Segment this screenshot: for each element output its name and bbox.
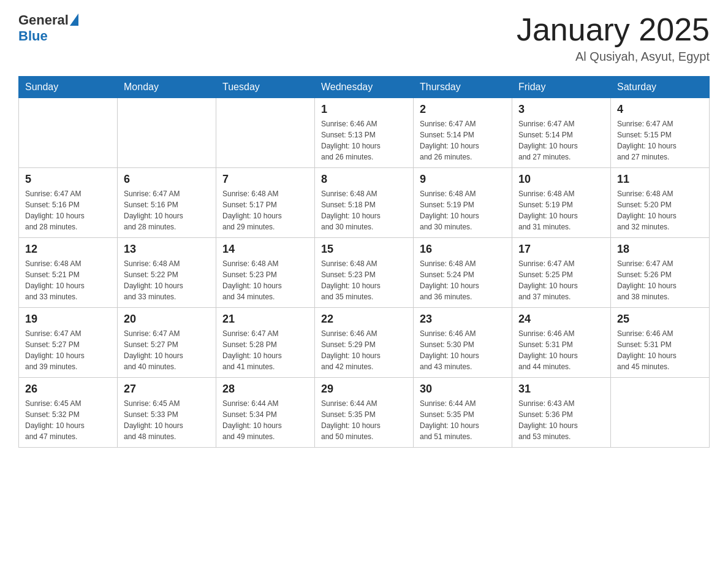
calendar-cell: 21Sunrise: 6:47 AM Sunset: 5:28 PM Dayli…	[216, 308, 315, 378]
day-number: 11	[617, 173, 703, 186]
day-info: Sunrise: 6:47 AM Sunset: 5:14 PM Dayligh…	[518, 118, 604, 163]
calendar-cell: 11Sunrise: 6:48 AM Sunset: 5:20 PM Dayli…	[611, 168, 710, 238]
day-number: 10	[518, 173, 604, 186]
calendar-cell: 5Sunrise: 6:47 AM Sunset: 5:16 PM Daylig…	[19, 168, 118, 238]
day-number: 19	[25, 313, 111, 326]
day-info: Sunrise: 6:44 AM Sunset: 5:35 PM Dayligh…	[420, 398, 506, 442]
day-info: Sunrise: 6:47 AM Sunset: 5:16 PM Dayligh…	[25, 188, 111, 232]
calendar-cell: 22Sunrise: 6:46 AM Sunset: 5:29 PM Dayli…	[315, 308, 414, 378]
day-info: Sunrise: 6:46 AM Sunset: 5:13 PM Dayligh…	[321, 118, 407, 163]
day-info: Sunrise: 6:47 AM Sunset: 5:16 PM Dayligh…	[124, 188, 210, 232]
day-number: 15	[321, 243, 407, 256]
calendar-cell: 8Sunrise: 6:48 AM Sunset: 5:18 PM Daylig…	[315, 168, 414, 238]
day-number: 2	[420, 103, 506, 116]
day-number: 22	[321, 313, 407, 326]
day-info: Sunrise: 6:48 AM Sunset: 5:24 PM Dayligh…	[420, 258, 506, 302]
calendar-cell: 30Sunrise: 6:44 AM Sunset: 5:35 PM Dayli…	[414, 378, 512, 448]
calendar-week-row: 26Sunrise: 6:45 AM Sunset: 5:32 PM Dayli…	[19, 378, 710, 448]
day-info: Sunrise: 6:47 AM Sunset: 5:14 PM Dayligh…	[420, 118, 506, 163]
calendar-cell: 16Sunrise: 6:48 AM Sunset: 5:24 PM Dayli…	[414, 238, 512, 308]
day-info: Sunrise: 6:45 AM Sunset: 5:33 PM Dayligh…	[124, 398, 210, 442]
day-number: 30	[420, 383, 506, 396]
calendar-cell	[118, 98, 216, 168]
calendar-cell: 2Sunrise: 6:47 AM Sunset: 5:14 PM Daylig…	[414, 98, 512, 168]
calendar-cell: 4Sunrise: 6:47 AM Sunset: 5:15 PM Daylig…	[611, 98, 710, 168]
calendar-header-friday: Friday	[512, 77, 611, 98]
day-number: 1	[321, 103, 407, 116]
calendar-cell: 27Sunrise: 6:45 AM Sunset: 5:33 PM Dayli…	[118, 378, 216, 448]
day-info: Sunrise: 6:48 AM Sunset: 5:19 PM Dayligh…	[420, 188, 506, 232]
day-info: Sunrise: 6:44 AM Sunset: 5:35 PM Dayligh…	[321, 398, 407, 442]
calendar-cell: 9Sunrise: 6:48 AM Sunset: 5:19 PM Daylig…	[414, 168, 512, 238]
calendar-header-saturday: Saturday	[611, 77, 710, 98]
calendar-cell: 1Sunrise: 6:46 AM Sunset: 5:13 PM Daylig…	[315, 98, 414, 168]
day-number: 6	[124, 173, 210, 186]
day-number: 28	[222, 383, 308, 396]
day-number: 21	[222, 313, 308, 326]
calendar-header-tuesday: Tuesday	[216, 77, 315, 98]
calendar-week-row: 19Sunrise: 6:47 AM Sunset: 5:27 PM Dayli…	[19, 308, 710, 378]
logo: General Blue	[18, 12, 78, 44]
calendar-cell	[216, 98, 315, 168]
calendar-header-wednesday: Wednesday	[315, 77, 414, 98]
calendar-cell: 7Sunrise: 6:48 AM Sunset: 5:17 PM Daylig…	[216, 168, 315, 238]
page-header: General Blue January 2025 Al Qusiyah, As…	[18, 12, 710, 64]
calendar-cell: 23Sunrise: 6:46 AM Sunset: 5:30 PM Dayli…	[414, 308, 512, 378]
logo-triangle-icon	[70, 13, 78, 26]
day-number: 25	[617, 313, 703, 326]
calendar-cell: 24Sunrise: 6:46 AM Sunset: 5:31 PM Dayli…	[512, 308, 611, 378]
calendar-cell: 26Sunrise: 6:45 AM Sunset: 5:32 PM Dayli…	[19, 378, 118, 448]
day-number: 23	[420, 313, 506, 326]
calendar-cell: 20Sunrise: 6:47 AM Sunset: 5:27 PM Dayli…	[118, 308, 216, 378]
day-info: Sunrise: 6:45 AM Sunset: 5:32 PM Dayligh…	[25, 398, 111, 442]
calendar-cell: 15Sunrise: 6:48 AM Sunset: 5:23 PM Dayli…	[315, 238, 414, 308]
title-section: January 2025 Al Qusiyah, Asyut, Egypt	[517, 12, 710, 64]
calendar-week-row: 1Sunrise: 6:46 AM Sunset: 5:13 PM Daylig…	[19, 98, 710, 168]
day-number: 8	[321, 173, 407, 186]
month-title: January 2025	[517, 12, 710, 47]
day-info: Sunrise: 6:48 AM Sunset: 5:21 PM Dayligh…	[25, 258, 111, 302]
logo-text-general: General	[18, 12, 69, 28]
day-number: 29	[321, 383, 407, 396]
day-info: Sunrise: 6:46 AM Sunset: 5:30 PM Dayligh…	[420, 328, 506, 372]
calendar-cell	[19, 98, 118, 168]
day-info: Sunrise: 6:48 AM Sunset: 5:23 PM Dayligh…	[321, 258, 407, 302]
day-number: 31	[518, 383, 604, 396]
day-info: Sunrise: 6:47 AM Sunset: 5:27 PM Dayligh…	[25, 328, 111, 372]
location: Al Qusiyah, Asyut, Egypt	[517, 50, 710, 64]
day-number: 13	[124, 243, 210, 256]
day-number: 5	[25, 173, 111, 186]
calendar-cell	[611, 378, 710, 448]
day-number: 16	[420, 243, 506, 256]
day-number: 7	[222, 173, 308, 186]
calendar-cell: 25Sunrise: 6:46 AM Sunset: 5:31 PM Dayli…	[611, 308, 710, 378]
calendar-cell: 31Sunrise: 6:43 AM Sunset: 5:36 PM Dayli…	[512, 378, 611, 448]
day-number: 14	[222, 243, 308, 256]
calendar-cell: 17Sunrise: 6:47 AM Sunset: 5:25 PM Dayli…	[512, 238, 611, 308]
day-info: Sunrise: 6:47 AM Sunset: 5:15 PM Dayligh…	[617, 118, 703, 163]
day-number: 24	[518, 313, 604, 326]
day-number: 20	[124, 313, 210, 326]
logo-text-blue: Blue	[18, 28, 48, 44]
day-info: Sunrise: 6:47 AM Sunset: 5:26 PM Dayligh…	[617, 258, 703, 302]
day-number: 18	[617, 243, 703, 256]
day-number: 26	[25, 383, 111, 396]
day-info: Sunrise: 6:46 AM Sunset: 5:29 PM Dayligh…	[321, 328, 407, 372]
calendar-header-thursday: Thursday	[414, 77, 512, 98]
day-info: Sunrise: 6:46 AM Sunset: 5:31 PM Dayligh…	[617, 328, 703, 372]
day-info: Sunrise: 6:48 AM Sunset: 5:23 PM Dayligh…	[222, 258, 308, 302]
day-number: 4	[617, 103, 703, 116]
day-info: Sunrise: 6:47 AM Sunset: 5:28 PM Dayligh…	[222, 328, 308, 372]
day-info: Sunrise: 6:48 AM Sunset: 5:18 PM Dayligh…	[321, 188, 407, 232]
calendar-cell: 13Sunrise: 6:48 AM Sunset: 5:22 PM Dayli…	[118, 238, 216, 308]
calendar-cell: 3Sunrise: 6:47 AM Sunset: 5:14 PM Daylig…	[512, 98, 611, 168]
calendar-header-monday: Monday	[118, 77, 216, 98]
calendar-cell: 19Sunrise: 6:47 AM Sunset: 5:27 PM Dayli…	[19, 308, 118, 378]
day-info: Sunrise: 6:48 AM Sunset: 5:22 PM Dayligh…	[124, 258, 210, 302]
calendar-table: SundayMondayTuesdayWednesdayThursdayFrid…	[18, 76, 710, 448]
calendar-header-sunday: Sunday	[19, 77, 118, 98]
day-info: Sunrise: 6:43 AM Sunset: 5:36 PM Dayligh…	[518, 398, 604, 442]
calendar-cell: 14Sunrise: 6:48 AM Sunset: 5:23 PM Dayli…	[216, 238, 315, 308]
calendar-cell: 29Sunrise: 6:44 AM Sunset: 5:35 PM Dayli…	[315, 378, 414, 448]
calendar-cell: 12Sunrise: 6:48 AM Sunset: 5:21 PM Dayli…	[19, 238, 118, 308]
